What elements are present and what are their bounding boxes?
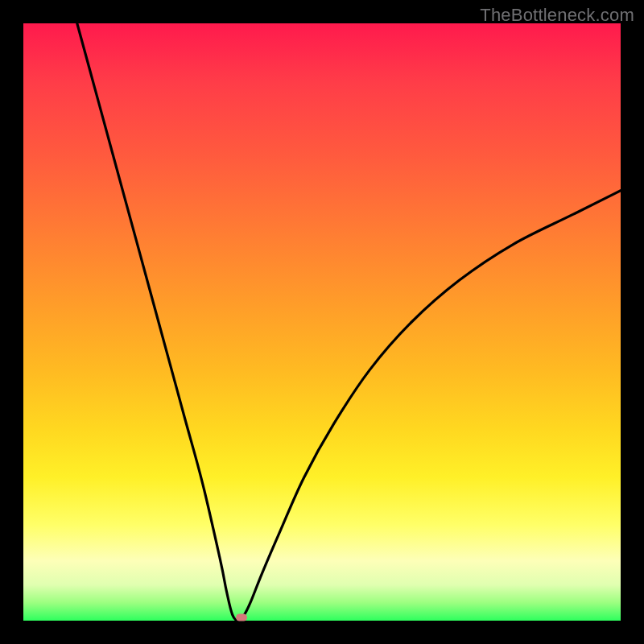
min-marker-dot: [236, 613, 247, 621]
chart-frame: TheBottleneck.com: [0, 0, 644, 644]
plot-area: [23, 23, 621, 621]
bottleneck-curve: [23, 23, 621, 621]
watermark-text: TheBottleneck.com: [480, 5, 634, 26]
